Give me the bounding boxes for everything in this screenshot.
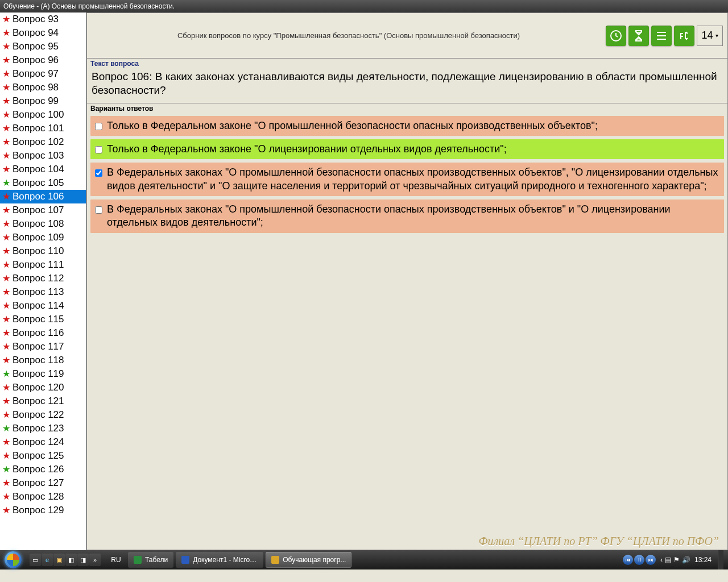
question-list-item[interactable]: ★Вопрос 117 [0, 340, 86, 354]
question-list-item[interactable]: ★Вопрос 105 [0, 176, 86, 190]
question-list-item[interactable]: ★Вопрос 116 [0, 326, 86, 340]
question-list-item[interactable]: ★Вопрос 125 [0, 449, 86, 463]
start-button[interactable] [0, 550, 26, 569]
question-list-item[interactable]: ★Вопрос 120 [0, 381, 86, 394]
ie-icon[interactable]: e [42, 554, 53, 566]
star-icon: ★ [2, 138, 10, 147]
taskbar-task[interactable]: Табели [128, 552, 173, 568]
ql-expand-icon[interactable]: » [89, 554, 101, 566]
answer-text: Только в Федеральном законе "О промышлен… [107, 119, 598, 132]
question-list-label: Вопрос 123 [13, 423, 64, 434]
question-list-item[interactable]: ★Вопрос 108 [0, 217, 86, 231]
taskbar-task[interactable]: Обучающая прогр... [266, 552, 351, 568]
star-icon: ★ [2, 451, 10, 460]
list-icon[interactable] [651, 26, 672, 46]
course-title: Сборник вопросов по курсу "Промышленная … [92, 31, 606, 40]
star-icon: ★ [2, 56, 10, 65]
question-list-label: Вопрос 121 [13, 396, 64, 407]
star-icon: ★ [2, 315, 10, 324]
header-bar: Сборник вопросов по курсу "Промышленная … [87, 13, 727, 59]
show-desktop-button[interactable] [718, 550, 723, 569]
question-list-item[interactable]: ★Вопрос 100 [0, 108, 86, 122]
shortcut1-icon[interactable]: ◧ [65, 554, 77, 566]
question-list-label: Вопрос 95 [13, 41, 59, 52]
question-list-item[interactable]: ★Вопрос 93 [0, 13, 86, 26]
shortcut2-icon[interactable]: ◨ [77, 554, 89, 566]
tray-expand-icon[interactable]: ‹ [660, 556, 663, 564]
taskbar[interactable]: ▭ e ▣ ◧ ◨ » RU ТабелиДокумент1 - Micros.… [0, 550, 728, 569]
question-list-label: Вопрос 115 [13, 314, 64, 325]
question-list-item[interactable]: ★Вопрос 127 [0, 476, 86, 490]
taskbar-task[interactable]: Документ1 - Micros... [176, 552, 263, 568]
hourglass-icon[interactable] [628, 26, 649, 46]
question-list-item[interactable]: ★Вопрос 101 [0, 122, 86, 135]
volume-icon[interactable]: 🔊 [682, 556, 690, 564]
taskbar-clock[interactable]: 13:24 [693, 556, 713, 564]
question-list-item[interactable]: ★Вопрос 115 [0, 313, 86, 326]
question-list-item[interactable]: ★Вопрос 121 [0, 394, 86, 408]
star-icon: ★ [2, 369, 10, 379]
show-desktop-icon[interactable]: ▭ [30, 554, 41, 566]
tray-icon-1[interactable]: ▤ [665, 556, 671, 564]
question-list-item[interactable]: ★Вопрос 112 [0, 272, 86, 285]
answer-checkbox[interactable] [95, 146, 102, 153]
question-list-item[interactable]: ★Вопрос 124 [0, 435, 86, 449]
taskbar-task-label: Табели [145, 556, 168, 564]
question-list-item[interactable]: ★Вопрос 103 [0, 149, 86, 163]
question-list-item[interactable]: ★Вопрос 104 [0, 163, 86, 176]
question-list-item[interactable]: ★Вопрос 106 [0, 190, 86, 203]
question-list-label: Вопрос 104 [13, 164, 64, 175]
answer-checkbox[interactable] [95, 206, 102, 214]
answer-option[interactable]: В Федеральных законах "О промышленной бе… [90, 163, 724, 196]
media-prev-icon[interactable]: ⏮ [623, 555, 633, 565]
answer-text: В Федеральных законах "О промышленной бе… [107, 166, 719, 193]
question-list-sidebar[interactable]: ★Вопрос 93★Вопрос 94★Вопрос 95★Вопрос 96… [0, 13, 86, 550]
question-list-item[interactable]: ★Вопрос 110 [0, 244, 86, 258]
question-list-item[interactable]: ★Вопрос 95 [0, 40, 86, 53]
answer-option[interactable]: Только в Федеральном законе "О промышлен… [90, 116, 724, 136]
question-list-item[interactable]: ★Вопрос 109 [0, 231, 86, 244]
answer-option[interactable]: В Федеральных законах "О промышленной бе… [90, 199, 724, 233]
question-list-item[interactable]: ★Вопрос 97 [0, 67, 86, 81]
question-list-item[interactable]: ★Вопрос 123 [0, 422, 86, 435]
question-list-item[interactable]: ★Вопрос 111 [0, 258, 86, 272]
media-pause-icon[interactable]: ⏸ [634, 555, 644, 565]
clock-icon[interactable] [606, 26, 626, 46]
question-list-label: Вопрос 98 [13, 82, 59, 93]
question-list-item[interactable]: ★Вопрос 122 [0, 408, 86, 422]
answer-checkbox[interactable] [95, 123, 102, 130]
question-list-label: Вопрос 124 [13, 436, 64, 448]
star-icon: ★ [2, 219, 10, 228]
chevron-down-icon: ▾ [715, 32, 718, 39]
question-list-label: Вопрос 114 [13, 300, 64, 311]
star-icon: ★ [2, 506, 10, 515]
star-icon: ★ [2, 97, 10, 106]
question-list-item[interactable]: ★Вопрос 126 [0, 463, 86, 476]
question-list-item[interactable]: ★Вопрос 114 [0, 299, 86, 313]
question-list-item[interactable]: ★Вопрос 128 [0, 490, 86, 504]
question-list-item[interactable]: ★Вопрос 102 [0, 135, 86, 149]
media-next-icon[interactable]: ⏭ [646, 555, 656, 565]
question-list-item[interactable]: ★Вопрос 129 [0, 504, 86, 517]
question-list-item[interactable]: ★Вопрос 99 [0, 94, 86, 108]
font-size-select[interactable]: 14 ▾ [697, 26, 723, 46]
question-list-label: Вопрос 100 [13, 109, 64, 120]
question-list-item[interactable]: ★Вопрос 113 [0, 285, 86, 299]
question-list-item[interactable]: ★Вопрос 107 [0, 203, 86, 217]
question-list-item[interactable]: ★Вопрос 96 [0, 53, 86, 67]
question-list-item[interactable]: ★Вопрос 118 [0, 354, 86, 367]
question-list-item[interactable]: ★Вопрос 98 [0, 81, 86, 94]
answer-checkbox[interactable] [95, 169, 102, 177]
question-list-label: Вопрос 119 [13, 368, 64, 380]
question-list-item[interactable]: ★Вопрос 94 [0, 26, 86, 40]
answer-option[interactable]: Только в Федеральном законе "О лицензиро… [90, 139, 724, 159]
language-indicator[interactable]: RU [107, 553, 125, 567]
excel-icon [134, 556, 142, 564]
font-size-icon[interactable] [674, 26, 694, 46]
explorer-icon[interactable]: ▣ [53, 554, 65, 566]
question-list-label: Вопрос 107 [13, 205, 64, 216]
question-list-label: Вопрос 126 [13, 464, 64, 475]
question-list-item[interactable]: ★Вопрос 119 [0, 367, 86, 381]
main-panel: Сборник вопросов по курсу "Промышленная … [86, 13, 728, 550]
tray-icon-2[interactable]: ⚑ [673, 556, 680, 564]
